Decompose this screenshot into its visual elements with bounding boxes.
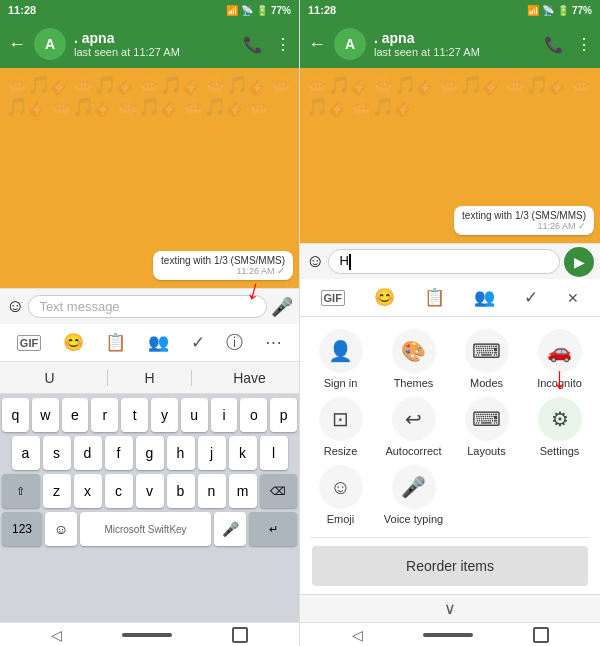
avatar-left: A (34, 28, 66, 60)
clipboard-button[interactable]: 📋 (105, 332, 126, 353)
key-emoji[interactable]: ☺ (45, 512, 77, 546)
key-row-1: q w e r t y u i o p (2, 398, 297, 432)
mic-button-left[interactable]: 🎤 (271, 296, 293, 318)
key-shift[interactable]: ⇧ (2, 474, 40, 508)
text-input-right[interactable]: H (328, 249, 560, 274)
suggestion-3[interactable]: Have (208, 370, 291, 386)
check-button[interactable]: ✓ (191, 332, 205, 353)
chat-message-right-1: texting with 1/3 (SMS/MMS) 11:26 AM ✓ (454, 206, 594, 235)
key-mic[interactable]: 🎤 (214, 512, 246, 546)
menu-item-settings[interactable]: ↓ ⚙ Settings (527, 397, 592, 457)
menu-item-sign-in[interactable]: 👤 Sign in (308, 329, 373, 389)
emoji-label: Emoji (327, 513, 355, 525)
themes-icon: 🎨 (401, 339, 426, 363)
key-row-3: ⇧ z x c v b n m ⌫ (2, 474, 297, 508)
gif-button[interactable]: GIF (17, 335, 41, 351)
menu-item-themes[interactable]: 🎨 Themes (381, 329, 446, 389)
keyboard-toolbar-left: GIF 😊 📋 👥 ✓ ⓘ ⋯ ↓ (0, 324, 299, 362)
menu-item-emoji[interactable]: ☺ Emoji (308, 465, 373, 525)
nav-home-left[interactable] (122, 633, 172, 637)
key-d[interactable]: d (74, 436, 102, 470)
input-area-left: ☺ Text message 🎤 (0, 288, 299, 324)
settings-icon: ⚙ (551, 407, 569, 431)
menu-panel: 👤 Sign in 🎨 Themes ⌨ Modes (300, 317, 600, 594)
contact-status-left: last seen at 11:27 AM (74, 46, 235, 58)
key-p[interactable]: p (270, 398, 297, 432)
layouts-label: Layouts (467, 445, 506, 457)
key-i[interactable]: i (211, 398, 238, 432)
suggestion-2[interactable]: H (107, 370, 192, 386)
key-q[interactable]: q (2, 398, 29, 432)
people-button-right[interactable]: 👥 (474, 287, 495, 308)
check-button-right[interactable]: ✓ (524, 287, 538, 308)
menu-divider (310, 537, 590, 538)
key-r[interactable]: r (91, 398, 118, 432)
key-w[interactable]: w (32, 398, 59, 432)
msg-time-right: 11:26 AM ✓ (462, 221, 586, 231)
key-v[interactable]: v (136, 474, 164, 508)
back-button-left[interactable]: ← (8, 34, 26, 55)
menu-item-modes[interactable]: ⌨ Modes (454, 329, 519, 389)
gif-button-right[interactable]: GIF (321, 290, 345, 306)
nav-recents-left[interactable] (232, 627, 248, 643)
resize-label: Resize (324, 445, 358, 457)
people-button[interactable]: 👥 (148, 332, 169, 353)
emoji-button-right[interactable]: ☺ (306, 251, 324, 272)
sticker-button[interactable]: 😊 (63, 332, 84, 353)
menu-item-layouts[interactable]: ⌨ Layouts (454, 397, 519, 457)
emoji-button-left[interactable]: ☺ (6, 296, 24, 317)
status-time-left: 11:28 (8, 4, 36, 16)
key-b[interactable]: b (167, 474, 195, 508)
key-delete[interactable]: ⌫ (260, 474, 298, 508)
key-g[interactable]: g (136, 436, 164, 470)
menu-button-left[interactable]: ⋮ (275, 35, 291, 54)
more-button[interactable]: ⋯ (265, 332, 282, 353)
sign-in-icon-circle: 👤 (319, 329, 363, 373)
key-c[interactable]: c (105, 474, 133, 508)
nav-home-right[interactable] (423, 633, 473, 637)
clipboard-button-right[interactable]: 📋 (424, 287, 445, 308)
back-button-right[interactable]: ← (308, 34, 326, 55)
close-button-right[interactable]: ✕ (567, 290, 579, 306)
menu-button-right[interactable]: ⋮ (576, 35, 592, 54)
chevron-down-icon[interactable]: ∨ (444, 599, 456, 618)
key-s[interactable]: s (43, 436, 71, 470)
key-o[interactable]: o (240, 398, 267, 432)
send-button-right[interactable]: ▶ (564, 247, 594, 277)
autocorrect-icon-circle: ↩ (392, 397, 436, 441)
menu-item-incognito[interactable]: 🚗 Incognito (527, 329, 592, 389)
key-num[interactable]: 123 (2, 512, 42, 546)
key-h[interactable]: h (167, 436, 195, 470)
key-n[interactable]: n (198, 474, 226, 508)
key-f[interactable]: f (105, 436, 133, 470)
reorder-button[interactable]: Reorder items (312, 546, 588, 586)
key-j[interactable]: j (198, 436, 226, 470)
nav-back-right[interactable]: ◁ (352, 627, 363, 643)
menu-item-resize[interactable]: ⊡ Resize (308, 397, 373, 457)
call-button-left[interactable]: 📞 (243, 35, 263, 54)
menu-item-voice-typing[interactable]: 🎤 Voice typing (381, 465, 446, 525)
key-a[interactable]: a (12, 436, 40, 470)
call-button-right[interactable]: 📞 (544, 35, 564, 54)
key-enter[interactable]: ↵ (249, 512, 297, 546)
key-k[interactable]: k (229, 436, 257, 470)
key-l[interactable]: l (260, 436, 288, 470)
key-t[interactable]: t (121, 398, 148, 432)
menu-item-autocorrect[interactable]: ↩ Autocorrect (381, 397, 446, 457)
nav-recents-right[interactable] (533, 627, 549, 643)
text-input-left[interactable]: Text message (28, 295, 267, 318)
suggestion-1[interactable]: U (8, 370, 91, 386)
contact-info-right: . apna last seen at 11:27 AM (374, 30, 536, 58)
nav-back-left[interactable]: ◁ (51, 627, 62, 643)
key-x[interactable]: x (74, 474, 102, 508)
info-button[interactable]: ⓘ (226, 331, 243, 354)
key-space[interactable]: Microsoft SwiftKey (80, 512, 211, 546)
sticker-button-right[interactable]: 😊 (374, 287, 395, 308)
key-z[interactable]: z (43, 474, 71, 508)
key-e[interactable]: e (62, 398, 89, 432)
key-u[interactable]: u (181, 398, 208, 432)
themes-label: Themes (394, 377, 434, 389)
key-m[interactable]: m (229, 474, 257, 508)
keyboard-toolbar-right: GIF 😊 📋 👥 ✓ ✕ (300, 279, 600, 317)
key-y[interactable]: y (151, 398, 178, 432)
